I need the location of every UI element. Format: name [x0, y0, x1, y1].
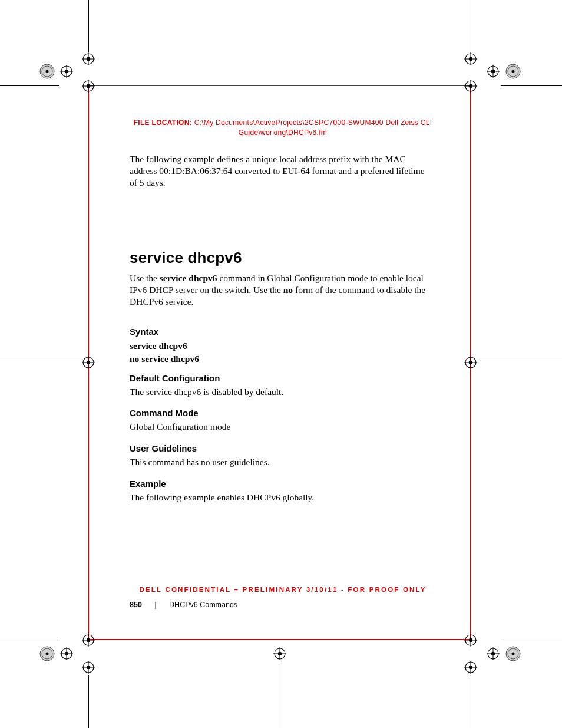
crop-line [501, 85, 562, 86]
command-mode-heading: Command Mode [130, 408, 199, 418]
command-heading: service dhcpv6 [130, 249, 242, 267]
example-text: The following example enables DHCPv6 glo… [130, 492, 430, 503]
registration-mark-icon [60, 65, 73, 78]
print-ornament-icon [39, 64, 55, 79]
chapter-name: DHCPv6 Commands [169, 601, 237, 609]
registration-mark-icon [273, 647, 286, 660]
desc-bold-1: service dhcpv6 [160, 273, 217, 283]
registration-mark-icon [464, 634, 477, 647]
default-config-heading: Default Configuration [130, 373, 220, 383]
page-footer: 850 | DHCPv6 Commands [130, 601, 237, 609]
registration-mark-icon [82, 356, 95, 369]
file-location-label: FILE LOCATION: [134, 118, 192, 127]
file-location-header: FILE LOCATION: C:\My Documents\ActivePro… [130, 118, 436, 138]
registration-mark-icon [82, 52, 95, 65]
registration-mark-icon [82, 634, 95, 647]
print-ornament-icon [505, 646, 521, 661]
page-number: 850 [130, 601, 142, 609]
crop-line [280, 661, 280, 728]
crop-line [88, 0, 89, 52]
file-location-path2: Guide\working\DHCPv6.fm [239, 129, 327, 137]
syntax-line-1: service dhcpv6 [130, 340, 430, 352]
crop-line [0, 85, 59, 86]
crop-line [0, 640, 59, 640]
registration-mark-icon [487, 647, 500, 660]
default-config-text: The service dhcpv6 is disabled by defaul… [130, 386, 430, 398]
syntax-heading: Syntax [130, 327, 158, 337]
crop-line [471, 0, 471, 52]
desc-text: Use the [130, 273, 160, 283]
syntax-line-2: no service dhcpv6 [130, 353, 430, 365]
user-guidelines-heading: User Guidelines [130, 443, 197, 453]
registration-mark-icon [464, 661, 477, 674]
registration-mark-icon [82, 661, 95, 674]
crop-line [471, 675, 471, 728]
footer-separator: | [154, 601, 156, 609]
crop-line [501, 640, 562, 640]
confidential-notice: DELL CONFIDENTIAL – PRELIMINARY 3/10/11 … [130, 586, 436, 593]
registration-mark-icon [487, 65, 500, 78]
registration-mark-icon [82, 80, 95, 93]
file-location-path1: C:\My Documents\ActiveProjects\2CSPC7000… [194, 118, 432, 127]
example-heading: Example [130, 479, 166, 489]
desc-bold-2: no [283, 285, 293, 295]
registration-mark-icon [464, 52, 477, 65]
user-guidelines-text: This command has no user guidelines. [130, 456, 430, 468]
crop-line [88, 675, 89, 728]
crop-line [478, 363, 562, 363]
registration-mark-icon [464, 356, 477, 369]
command-mode-text: Global Configuration mode [130, 421, 430, 433]
registration-mark-icon [464, 80, 477, 93]
print-ornament-icon [39, 646, 55, 661]
command-description: Use the service dhcpv6 command in Global… [130, 272, 430, 307]
intro-paragraph: The following example defines a unique l… [130, 153, 430, 188]
print-ornament-icon [505, 64, 521, 79]
registration-mark-icon [60, 647, 73, 660]
crop-line [0, 363, 81, 363]
